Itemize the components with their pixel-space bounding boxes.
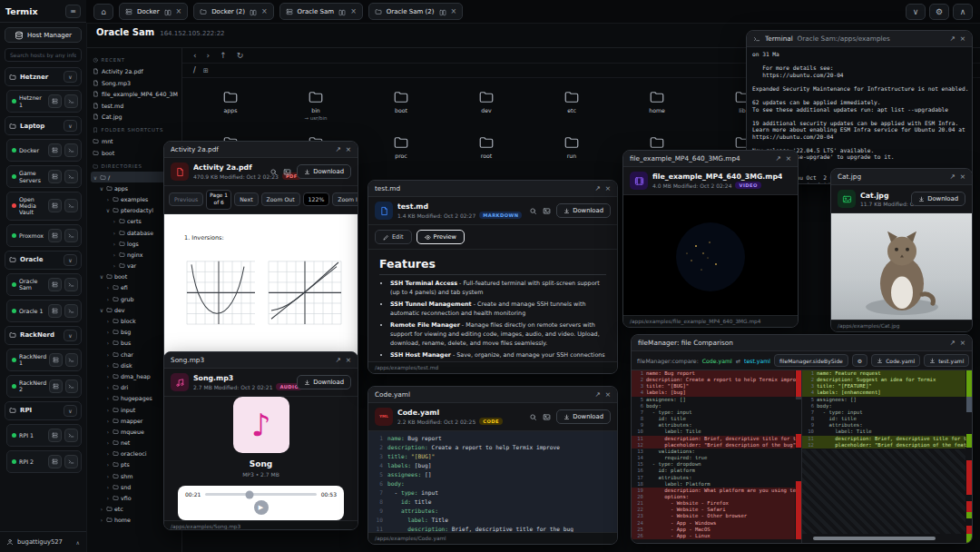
chevron-icon[interactable]: ∨ <box>99 185 104 192</box>
host-manager-button[interactable]: Host Manager <box>5 27 82 43</box>
forward-button[interactable]: › <box>207 51 211 60</box>
chevron-down-icon[interactable]: ∨ <box>64 405 77 417</box>
recent-item[interactable]: Activity 2a.pdf <box>91 66 178 78</box>
chevron-icon[interactable]: › <box>105 362 111 369</box>
download-right-button[interactable]: test.yaml <box>924 354 969 367</box>
chevron-icon[interactable]: › <box>105 284 111 291</box>
home-button[interactable]: ⌂ <box>93 4 113 20</box>
image-titlebar[interactable]: Cat.jpg ↗ × <box>831 169 972 185</box>
host-terminal-button[interactable] <box>64 429 78 442</box>
search-icon[interactable] <box>529 207 537 215</box>
preview-button[interactable]: Preview <box>416 230 465 244</box>
host-open-media-vault[interactable]: Open Media Vault <box>6 192 82 221</box>
close-icon[interactable]: × <box>960 35 965 43</box>
grid-folder-proc[interactable]: proc <box>358 131 444 176</box>
expand-icon[interactable]: ↗ <box>335 146 340 153</box>
host-racknerd-1[interactable]: RackNerd 1 <box>6 349 82 371</box>
close-icon[interactable]: × <box>176 8 182 15</box>
audio-titlebar[interactable]: Song.mp3 ↗ × <box>164 352 358 369</box>
host-terminal-button[interactable] <box>64 229 78 242</box>
expand-icon[interactable]: ↗ <box>949 340 955 347</box>
chevron-icon[interactable]: › <box>105 484 111 490</box>
host-rpi-2[interactable]: RPI 2 <box>6 450 82 473</box>
tab-oracle-sam[interactable]: Oracle Sam× <box>279 3 363 20</box>
recent-item[interactable]: test.md <box>91 100 178 112</box>
host-group-oracle[interactable]: Oracle∨ <box>5 251 82 270</box>
chevron-icon[interactable]: › <box>105 418 111 424</box>
host-proxmox[interactable]: Proxmox <box>6 224 82 247</box>
tab-docker[interactable]: Docker× <box>119 3 188 20</box>
chevron-down-icon[interactable]: ∨ <box>64 71 77 83</box>
host-terminal-button[interactable] <box>65 353 78 367</box>
host-terminal-button[interactable] <box>64 199 78 212</box>
video-titlebar[interactable]: file_example_MP4_640_3MG.mp4 ↗ × <box>623 151 798 167</box>
download-button[interactable]: Download <box>297 375 351 389</box>
chevron-icon[interactable]: › <box>112 262 117 269</box>
host-terminal-button[interactable] <box>65 380 78 393</box>
markdown-titlebar[interactable]: test.md ↗ × <box>368 181 617 197</box>
pdf-titlebar[interactable]: Activity 2a.pdf ↗ × <box>164 142 358 158</box>
host-group-laptop[interactable]: Laptop∨ <box>5 116 82 135</box>
host-game-servers[interactable]: Game Servers <box>6 165 82 188</box>
grid-folder-boot[interactable]: boot <box>358 85 444 131</box>
host-hetzner-1[interactable]: Hetzner 1 <box>6 90 82 113</box>
diff-right-pane[interactable]: 1name: Feature request2description: Sugg… <box>802 370 972 543</box>
user-footer[interactable]: bugattiguy527 ∧ <box>0 531 86 552</box>
chevron-icon[interactable]: › <box>105 450 111 457</box>
close-icon[interactable]: × <box>346 357 351 364</box>
close-icon[interactable]: × <box>350 8 357 15</box>
chevron-icon[interactable]: › <box>105 318 111 324</box>
host-terminal-button[interactable] <box>64 455 78 468</box>
chevron-icon[interactable]: › <box>105 461 111 468</box>
close-icon[interactable]: × <box>960 340 965 347</box>
host-group-rpi[interactable]: RPI∨ <box>5 401 82 420</box>
host-file-manager-button[interactable] <box>48 304 62 318</box>
host-oracle-sam[interactable]: Oracle Sam <box>6 273 82 296</box>
grid-view-icon[interactable]: ⊞ <box>203 67 209 74</box>
host-file-manager-button[interactable] <box>48 143 62 157</box>
chevron-icon[interactable]: › <box>99 517 104 523</box>
next-page-button[interactable]: Next <box>234 192 258 206</box>
play-button[interactable]: ▶ <box>254 500 269 515</box>
image-viewer[interactable] <box>831 213 972 320</box>
download-left-button[interactable]: Code.yaml <box>871 354 920 367</box>
host-file-manager-button[interactable] <box>48 199 62 212</box>
tab-docker-2-[interactable]: Docker (2)× <box>193 3 273 20</box>
host-terminal-button[interactable] <box>64 304 78 318</box>
chevron-icon[interactable]: › <box>112 241 117 247</box>
host-terminal-button[interactable] <box>64 278 78 291</box>
download-button[interactable]: Download <box>556 203 611 218</box>
code-editor[interactable]: 1name: Bug report2description: Create a … <box>368 431 617 532</box>
chevron-icon[interactable]: › <box>105 329 111 335</box>
chevron-icon[interactable]: › <box>105 395 111 401</box>
host-file-manager-button[interactable] <box>48 229 62 242</box>
video-player[interactable] <box>623 195 798 315</box>
expand-icon[interactable]: ↗ <box>775 155 780 163</box>
chevron-icon[interactable]: ∨ <box>93 174 98 181</box>
side-by-side-button[interactable]: fileManager.sideBySide <box>774 354 848 367</box>
chevron-icon[interactable]: › <box>105 473 111 479</box>
grid-folder-etc[interactable]: etc <box>529 85 614 131</box>
expand-icon[interactable]: ↗ <box>335 357 340 364</box>
chevron-icon[interactable]: › <box>105 373 111 380</box>
host-file-manager-button[interactable] <box>48 429 62 442</box>
previous-page-button[interactable]: Previous <box>169 192 203 206</box>
recent-item[interactable]: Song.mp3 <box>91 77 178 89</box>
terminal-titlebar[interactable]: Terminal Oracle Sam:/apps/examples ↗ × <box>747 31 972 47</box>
chevron-down-icon[interactable]: ∨ <box>64 120 77 132</box>
diff-left-pane[interactable]: 1name: Bug report2description: Create a … <box>632 370 802 543</box>
grid-folder-bin[interactable]: bin→ usr/bin <box>273 85 358 131</box>
close-icon[interactable]: × <box>960 173 965 181</box>
zoom-in-button[interactable]: Zoom In <box>332 192 358 206</box>
recent-item[interactable]: file_example_MP4_640_3MG... <box>91 89 178 101</box>
host-terminal-button[interactable] <box>64 170 78 183</box>
host-file-manager-button[interactable] <box>48 94 62 108</box>
search-icon[interactable] <box>270 168 278 176</box>
chevron-icon[interactable]: › <box>112 230 117 236</box>
chevron-down-icon[interactable]: ∨ <box>64 254 77 266</box>
chevron-icon[interactable]: ∨ <box>105 207 111 213</box>
image-preview-icon[interactable] <box>543 207 551 215</box>
chevron-icon[interactable]: ∨ <box>99 307 104 313</box>
chevron-icon[interactable]: › <box>105 196 111 202</box>
host-group-racknerd[interactable]: RackNerd∨ <box>5 326 82 345</box>
